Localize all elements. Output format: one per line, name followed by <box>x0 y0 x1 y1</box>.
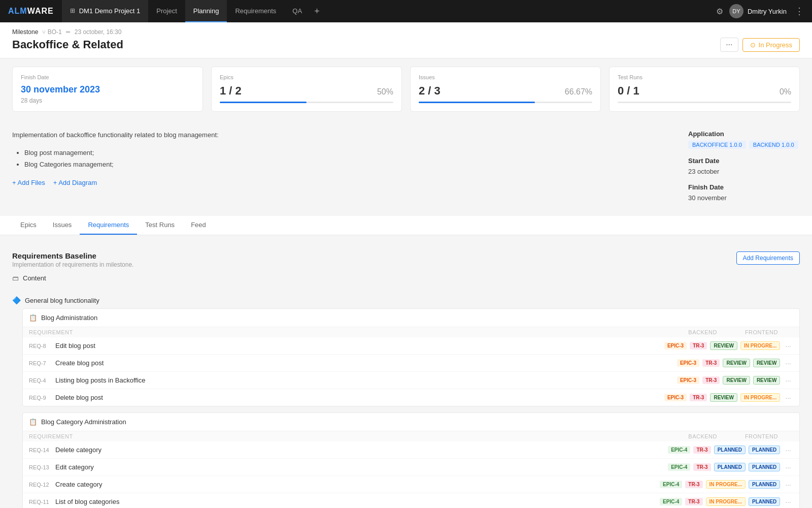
tabs-row: Epics Issues Requirements Test Runs Feed <box>0 216 812 235</box>
req-badges: EPIC-3 TR-3 REVIEW REVIEW ··· <box>677 359 793 367</box>
stat-test-runs: Test Runs 0 / 1 0% <box>609 67 800 112</box>
grid-icon: ⊞ <box>70 7 75 14</box>
milestone-created-date: 23 october, 16:30 <box>75 28 122 36</box>
frontend-badge: REVIEW <box>753 359 780 367</box>
nav-tab-requirements[interactable]: Requirements <box>227 0 284 22</box>
backend-badge: REVIEW <box>710 393 737 402</box>
user-menu[interactable]: DY Dmitry Yurkin <box>729 4 787 18</box>
epic-badge: EPIC-3 <box>677 376 699 384</box>
more-actions-button[interactable]: ··· <box>720 38 738 52</box>
nav-project-tab[interactable]: ⊞ DM1 Demo Project 1 <box>62 0 149 22</box>
frontend-badge: IN PROGRE... <box>740 393 780 402</box>
main-panel: Implementation of backoffice functionali… <box>12 130 672 210</box>
epic-badge: EPIC-4 <box>660 481 682 488</box>
req-name: Edit category <box>55 463 664 471</box>
req-group-header[interactable]: 🔷 General blog functionality <box>12 292 800 308</box>
req-name: List of blog categories <box>55 498 656 505</box>
tab-requirements[interactable]: Requirements <box>80 216 137 235</box>
requirements-section-header: Requirements Baseline Implementation of … <box>12 251 800 268</box>
row-more-button[interactable]: ··· <box>783 481 793 489</box>
row-more-button[interactable]: ··· <box>783 446 793 454</box>
requirements-section: Requirements Baseline Implementation of … <box>12 251 800 508</box>
tab-test-runs[interactable]: Test Runs <box>137 216 183 235</box>
frontend-badge: PLANNED <box>749 480 780 489</box>
list-item: Blog post management; <box>24 147 672 158</box>
settings-icon[interactable]: ⚙ <box>716 7 723 16</box>
test-runs-progress-bar <box>618 102 791 103</box>
col-requirement-cat: REQUIREMENT <box>29 433 666 439</box>
backend-badge: IN PROGRE... <box>706 480 746 489</box>
req-group-name: General blog functionality <box>25 297 99 304</box>
milestone-label: Milestone <box>12 28 38 36</box>
app-logo: ALMWARE <box>8 7 54 16</box>
nav-right: ⚙ DY Dmitry Yurkin ⋮ <box>716 4 804 18</box>
blog-admin-rows: REQ-8 Edit blog post EPIC-3 TR-3 REVIEW … <box>23 337 799 406</box>
req-id: REQ-14 <box>29 447 51 453</box>
add-requirements-button[interactable]: Add Requirements <box>736 251 800 265</box>
frontend-badge: IN PROGRE... <box>740 341 780 350</box>
status-icon: ⊙ <box>750 41 756 49</box>
req-subgroup-header: 📋 Blog Administration <box>23 309 799 327</box>
epic-badge: EPIC-4 <box>668 463 690 471</box>
tr-badge: TR-3 <box>693 446 710 454</box>
epics-fraction-row: 1 / 2 50% <box>220 84 393 98</box>
test-runs-label: Test Runs <box>618 74 791 80</box>
content-group-name: Content <box>23 274 46 282</box>
epic-badge: EPIC-4 <box>660 498 682 505</box>
application-label: Application <box>688 130 800 138</box>
status-label: In Progress <box>759 41 792 49</box>
backend-badge: IN PROGRE... <box>706 497 746 506</box>
tr-badge: TR-3 <box>685 481 702 488</box>
col-frontend: FRONTEND <box>717 329 778 335</box>
test-runs-percent: 0% <box>780 87 791 97</box>
nav-tab-qa[interactable]: QA <box>284 0 310 22</box>
col-requirement: REQUIREMENT <box>29 329 666 335</box>
req-id: REQ-4 <box>29 377 51 384</box>
epic-badge: EPIC-3 <box>664 394 687 401</box>
table-row: REQ-12 Create category EPIC-4 TR-3 IN PR… <box>23 476 799 493</box>
row-more-button[interactable]: ··· <box>783 359 793 367</box>
req-name: Listing blog posts in Backoffice <box>55 376 673 384</box>
table-row: REQ-7 Create blog post EPIC-3 TR-3 REVIE… <box>23 355 799 372</box>
row-more-button[interactable]: ··· <box>783 498 793 506</box>
add-tab-button[interactable]: + <box>310 6 324 17</box>
more-options-icon[interactable]: ⋮ <box>795 6 804 17</box>
start-date-section: Start Date 23 october <box>688 157 800 175</box>
frontend-badge: PLANNED <box>749 497 780 506</box>
stat-epics: Epics 1 / 2 50% <box>211 67 402 112</box>
req-name: Create category <box>55 481 656 488</box>
tr-badge: TR-3 <box>702 359 720 367</box>
req-badges: EPIC-4 TR-3 IN PROGRE... PLANNED ··· <box>660 480 793 489</box>
tab-epics[interactable]: Epics <box>12 216 45 235</box>
tab-issues[interactable]: Issues <box>45 216 80 235</box>
req-name: Delete blog post <box>55 394 660 401</box>
row-more-button[interactable]: ··· <box>783 463 793 471</box>
row-more-button[interactable]: ··· <box>783 394 793 402</box>
epics-progress-bar <box>220 102 393 103</box>
add-files-link[interactable]: + Add Files <box>12 179 45 186</box>
tab-feed[interactable]: Feed <box>183 216 214 235</box>
tr-badge: TR-3 <box>690 394 707 401</box>
col-backend-cat: BACKEND <box>666 433 717 439</box>
req-id: REQ-7 <box>29 360 51 366</box>
milestone-title-row: Backoffice & Related ··· ⊙ In Progress <box>12 38 800 58</box>
side-finish-date-value: 30 november <box>688 194 800 202</box>
row-more-button[interactable]: ··· <box>783 342 793 350</box>
issues-progress-fill <box>419 102 535 103</box>
status-button[interactable]: ⊙ In Progress <box>742 38 800 52</box>
issues-fraction: 2 / 3 <box>419 84 441 98</box>
backend-badge: REVIEW <box>723 376 750 385</box>
tr-badge: TR-3 <box>690 342 707 350</box>
col-frontend-cat: FRONTEND <box>717 433 778 439</box>
nav-tab-planning[interactable]: Planning <box>185 0 227 22</box>
stat-finish-date: Finish Date 30 november 2023 28 days <box>12 67 203 112</box>
issues-label: Issues <box>419 74 592 80</box>
req-subgroup-name: Blog Administration <box>41 314 97 322</box>
req-subgroup-category-header: 📋 Blog Category Administration <box>23 413 799 431</box>
content-group: 🗃 Content <box>12 270 800 286</box>
app-tag-backend: BACKEND 1.0.0 <box>749 141 798 149</box>
row-more-button[interactable]: ··· <box>783 376 793 385</box>
nav-tab-project[interactable]: Project <box>148 0 185 22</box>
top-nav: ALMWARE ⊞ DM1 Demo Project 1 Project Pla… <box>0 0 812 22</box>
add-diagram-link[interactable]: + Add Diagram <box>53 179 97 186</box>
